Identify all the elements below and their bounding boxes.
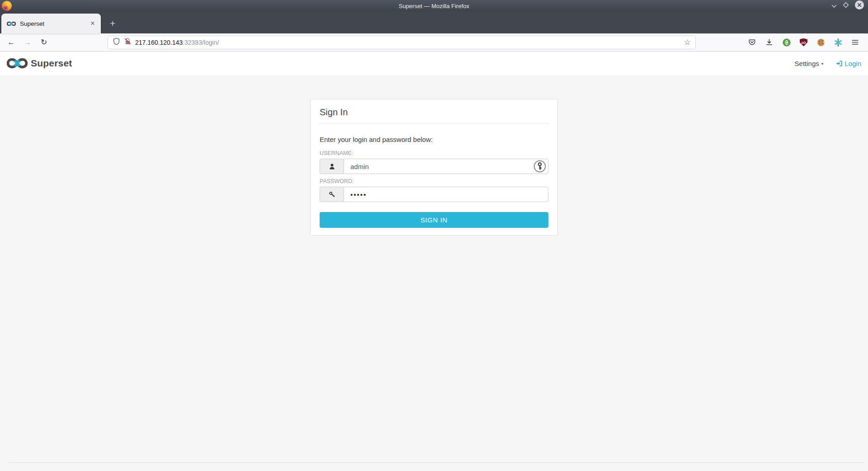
signin-instruction: Enter your login and password below:: [320, 136, 548, 143]
tab-label: Superset: [20, 20, 88, 27]
extension-green-icon[interactable]: [781, 37, 792, 48]
forward-button: →: [22, 37, 33, 48]
key-addon: [320, 187, 344, 202]
insecure-lock-icon[interactable]: [124, 38, 132, 47]
window-controls: [831, 0, 864, 12]
login-label: Login: [844, 60, 861, 67]
pocket-icon[interactable]: [746, 37, 758, 48]
bookmark-star-icon[interactable]: ☆: [684, 38, 691, 47]
ublock-origin-icon[interactable]: uO: [798, 37, 809, 48]
superset-logo-icon: [7, 58, 28, 69]
browser-toolbar: ← → ↻ 217.160.120.143:32393/login/ ☆ uO: [0, 33, 868, 52]
window-titlebar: Superset — Mozilla Firefox: [0, 0, 868, 12]
tab-superset[interactable]: Superset ×: [1, 14, 101, 33]
reload-button[interactable]: ↻: [38, 37, 50, 48]
brand-title: Superset: [31, 58, 72, 69]
key-icon: [329, 191, 335, 198]
site-nav-links: Settings ▾ Login: [795, 60, 861, 67]
window-maximize-icon[interactable]: [843, 2, 849, 10]
signin-form: Enter your login and password below: USE…: [311, 123, 557, 235]
url-host: 217.160.120.143: [135, 39, 183, 46]
settings-label: Settings: [795, 60, 819, 67]
autofill-key-icon[interactable]: [533, 160, 546, 173]
toolbar-extensions: uO: [746, 37, 861, 48]
url-bar[interactable]: 217.160.120.143:32393/login/ ☆: [108, 36, 696, 49]
url-text: 217.160.120.143:32393/login/: [135, 39, 219, 46]
page-content: Sign In Enter your login and password be…: [0, 75, 868, 471]
settings-menu[interactable]: Settings ▾: [795, 60, 824, 67]
chevron-down-icon: ▾: [821, 61, 824, 66]
back-button[interactable]: ←: [5, 37, 17, 48]
sign-in-button[interactable]: SIGN IN: [320, 212, 548, 228]
password-group: [320, 187, 548, 202]
password-input[interactable]: [344, 187, 548, 202]
extension-asterisk-icon[interactable]: [832, 37, 844, 48]
window-minimize-icon[interactable]: [831, 2, 837, 10]
url-path: :32393/login/: [183, 39, 219, 46]
superset-favicon-icon: [7, 21, 16, 26]
username-label: USERNAME:: [320, 150, 548, 156]
window-close-icon[interactable]: [854, 0, 864, 12]
user-icon: [329, 163, 335, 170]
sign-in-icon: [836, 60, 843, 67]
username-input[interactable]: [344, 159, 548, 174]
page-footer: [8, 462, 864, 471]
menu-hamburger-icon[interactable]: [849, 37, 861, 48]
site-header: Superset Settings ▾ Login: [0, 52, 868, 75]
user-addon: [320, 159, 344, 174]
signin-title: Sign In: [311, 99, 557, 123]
new-tab-button[interactable]: +: [104, 14, 121, 33]
login-link[interactable]: Login: [836, 60, 861, 67]
tracking-shield-icon[interactable]: [113, 38, 120, 47]
window-title: Superset — Mozilla Firefox: [0, 3, 868, 9]
tab-close-icon[interactable]: ×: [88, 19, 97, 28]
password-label: PASSWORD:: [320, 178, 548, 184]
signin-panel: Sign In Enter your login and password be…: [310, 99, 558, 236]
downloads-icon[interactable]: [764, 37, 775, 48]
cookie-extension-icon[interactable]: [815, 37, 826, 48]
username-group: [320, 159, 548, 174]
superset-brand[interactable]: Superset: [7, 58, 72, 69]
tab-strip: Superset × +: [0, 12, 868, 33]
